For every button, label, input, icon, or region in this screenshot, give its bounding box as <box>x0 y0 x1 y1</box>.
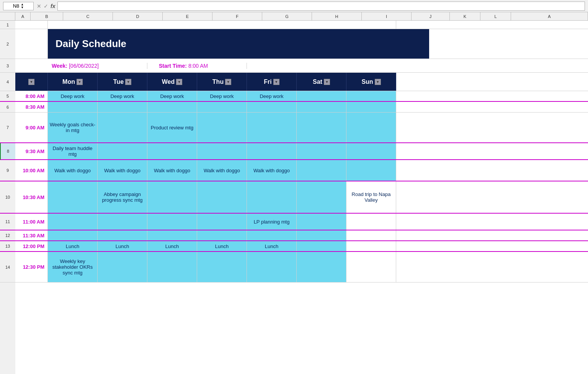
cell-wed-13[interactable]: Lunch <box>147 241 197 251</box>
cell-sun-9[interactable] <box>346 160 396 181</box>
row-14[interactable]: 14 <box>0 252 15 283</box>
fx-icon[interactable]: fx <box>51 3 55 9</box>
cell-sun-5[interactable] <box>346 91 396 101</box>
cell-mon-6[interactable] <box>48 102 98 112</box>
row-12[interactable]: 12 <box>0 230 15 241</box>
cell-tue-6[interactable] <box>98 102 147 112</box>
formula-input[interactable] <box>57 2 585 11</box>
row-11[interactable]: 11 <box>0 214 15 230</box>
cell-fri-6[interactable] <box>247 102 297 112</box>
row-13[interactable]: 13 <box>0 241 15 252</box>
cell-sat-13[interactable] <box>297 241 346 251</box>
cell-sun-14[interactable] <box>346 252 396 282</box>
cancel-icon[interactable]: ✕ <box>37 3 41 9</box>
cell-mon-5[interactable]: Deep work <box>48 91 98 101</box>
wed-dropdown[interactable]: ▼ <box>176 79 182 85</box>
time-header-cell[interactable]: ▼ <box>15 73 48 91</box>
cell-sun-10[interactable]: Road trip to Napa Valley <box>346 181 396 213</box>
fri-header[interactable]: Fri ▼ <box>247 73 297 91</box>
cell-thu-13[interactable]: Lunch <box>197 241 247 251</box>
cell-tue-9[interactable]: Walk with doggo <box>98 160 147 181</box>
cell-sat-14[interactable] <box>297 252 346 282</box>
cell-tue-5[interactable]: Deep work <box>98 91 147 101</box>
cell-wed-14[interactable] <box>147 252 197 282</box>
cell-mon-13[interactable]: Lunch <box>48 241 98 251</box>
row-3[interactable]: 3 <box>0 59 15 73</box>
cell-fri-7[interactable] <box>247 113 297 142</box>
cell-wed-5[interactable]: Deep work <box>147 91 197 101</box>
tue-dropdown[interactable]: ▼ <box>125 79 131 85</box>
row-4[interactable]: 4 <box>0 73 15 91</box>
row-2[interactable]: 2 <box>0 29 15 59</box>
cell-sat-8[interactable] <box>297 143 346 159</box>
col-header-e[interactable]: E <box>163 12 212 20</box>
cell-tue-11[interactable] <box>98 214 147 230</box>
cell-fri-9[interactable]: Walk with doggo <box>247 160 297 181</box>
col-header-h[interactable]: H <box>312 12 362 20</box>
cell-sat-7[interactable] <box>297 113 346 142</box>
cell-b2[interactable] <box>15 29 48 59</box>
cell-mon-8[interactable]: Daily team huddle mtg <box>48 143 98 159</box>
confirm-icon[interactable]: ✓ <box>44 3 48 9</box>
cell-sun-6[interactable] <box>346 102 396 112</box>
cell-wed-8[interactable] <box>147 143 197 159</box>
row-9[interactable]: 9 <box>0 160 15 181</box>
cell-mon-11[interactable] <box>48 214 98 230</box>
cell-thu-10[interactable] <box>197 181 247 213</box>
thu-header[interactable]: Thu ▼ <box>197 73 247 91</box>
cell-tue-7[interactable] <box>98 113 147 142</box>
wed-header[interactable]: Wed ▼ <box>147 73 197 91</box>
cell-wed-11[interactable] <box>147 214 197 230</box>
cell-wed-6[interactable] <box>147 102 197 112</box>
col-header-d[interactable]: D <box>113 12 163 20</box>
cell-mon-12[interactable] <box>48 230 98 240</box>
cell-wed-9[interactable]: Walk with doggo <box>147 160 197 181</box>
cell-ci1[interactable] <box>48 21 396 29</box>
row-5[interactable]: 5 <box>0 91 15 102</box>
cell-sat-5[interactable] <box>297 91 346 101</box>
mon-header[interactable]: Mon ▼ <box>48 73 98 91</box>
sun-header[interactable]: Sun ▼ <box>346 73 396 91</box>
cell-tue-14[interactable] <box>98 252 147 282</box>
col-header-j[interactable]: J <box>412 12 450 20</box>
tue-header[interactable]: Tue ▼ <box>98 73 147 91</box>
cell-wed-12[interactable] <box>147 230 197 240</box>
row-1[interactable]: 1 <box>0 21 15 29</box>
mon-dropdown[interactable]: ▼ <box>77 79 83 85</box>
cell-thu-9[interactable]: Walk with doggo <box>197 160 247 181</box>
cell-reference[interactable]: N8 ▲ ▼ <box>3 2 34 10</box>
cell-tue-12[interactable] <box>98 230 147 240</box>
cell-sat-9[interactable] <box>297 160 346 181</box>
row-7[interactable]: 7 <box>0 113 15 143</box>
fri-dropdown[interactable]: ▼ <box>273 79 279 85</box>
col-header-b[interactable]: B <box>31 12 63 20</box>
col-header-g[interactable]: G <box>262 12 312 20</box>
cell-tue-8[interactable] <box>98 143 147 159</box>
col-header-f[interactable]: F <box>212 12 262 20</box>
cell-sat-11[interactable] <box>297 214 346 230</box>
cell-b1[interactable] <box>15 21 48 29</box>
sat-header[interactable]: Sat ▼ <box>297 73 346 91</box>
cell-sun-12[interactable] <box>346 230 396 240</box>
cell-fri-13[interactable]: Lunch <box>247 241 297 251</box>
cell-sun-7[interactable] <box>346 113 396 142</box>
time-col-dropdown[interactable]: ▼ <box>28 79 34 85</box>
cell-mon-14[interactable]: Weekly key stakeholder OKRs sync mtg <box>48 252 98 282</box>
cell-sun-11[interactable] <box>346 214 396 230</box>
cell-fri-12[interactable] <box>247 230 297 240</box>
col-header-k[interactable]: K <box>450 12 480 20</box>
cell-sun-8[interactable] <box>346 143 396 159</box>
cell-thu-11[interactable] <box>197 214 247 230</box>
cell-sat-6[interactable] <box>297 102 346 112</box>
cell-sun-13[interactable] <box>346 241 396 251</box>
sun-dropdown[interactable]: ▼ <box>375 79 381 85</box>
cell-tue-10[interactable]: Abbey campaign progress sync mtg <box>98 181 147 213</box>
cell-thu-7[interactable] <box>197 113 247 142</box>
cell-wed-7[interactable]: Product review mtg <box>147 113 197 142</box>
col-header-i[interactable]: I <box>362 12 412 20</box>
cell-mon-9[interactable]: Walk with doggo <box>48 160 98 181</box>
sat-dropdown[interactable]: ▼ <box>324 79 330 85</box>
cell-fri-14[interactable] <box>247 252 297 282</box>
cell-mon-7[interactable]: Weekly goals check-in mtg <box>48 113 98 142</box>
cell-thu-5[interactable]: Deep work <box>197 91 247 101</box>
